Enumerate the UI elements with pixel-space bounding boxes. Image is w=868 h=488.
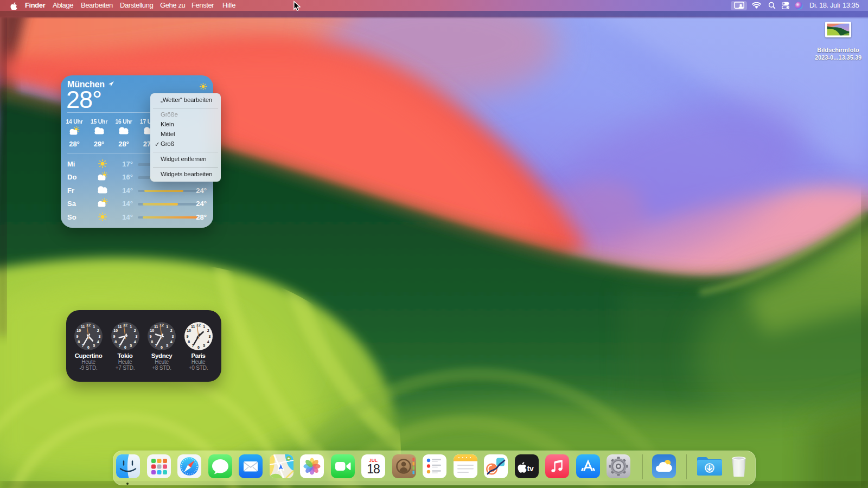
svg-text:6: 6: [124, 345, 126, 349]
svg-text:10: 10: [187, 329, 191, 332]
svg-text:11: 11: [190, 325, 195, 329]
svg-text:tv: tv: [527, 464, 533, 473]
svg-text:10: 10: [113, 329, 118, 332]
svg-text:9: 9: [150, 335, 152, 338]
svg-text:1: 1: [93, 325, 95, 329]
svg-text:10: 10: [76, 329, 81, 332]
svg-text:1: 1: [166, 325, 168, 329]
svg-text:8: 8: [78, 340, 80, 344]
svg-text:4: 4: [207, 340, 209, 344]
svg-text:2: 2: [207, 329, 209, 332]
svg-text:8: 8: [188, 340, 190, 344]
svg-text:10: 10: [150, 329, 154, 332]
svg-text:2: 2: [97, 329, 99, 332]
svg-text:8: 8: [151, 340, 153, 344]
svg-text:4: 4: [97, 340, 99, 344]
svg-text:2: 2: [170, 329, 173, 332]
svg-text:8: 8: [114, 340, 117, 344]
svg-text:11: 11: [154, 325, 158, 329]
svg-text:3: 3: [135, 335, 137, 338]
svg-text:1: 1: [130, 325, 132, 329]
svg-text:5: 5: [203, 344, 205, 348]
svg-text:9: 9: [186, 335, 188, 338]
svg-text:18: 18: [367, 462, 380, 476]
svg-text:1: 1: [203, 325, 205, 329]
svg-text:3: 3: [172, 335, 174, 338]
svg-text:6: 6: [87, 345, 90, 349]
svg-text:9: 9: [76, 335, 79, 338]
svg-text:3: 3: [208, 335, 210, 338]
svg-text:3: 3: [99, 335, 101, 338]
svg-text:4: 4: [170, 340, 173, 344]
svg-text:6: 6: [161, 345, 163, 349]
svg-text:6: 6: [197, 345, 200, 349]
svg-text:5: 5: [93, 344, 95, 348]
svg-text:4: 4: [133, 340, 136, 344]
svg-text:5: 5: [166, 344, 168, 348]
svg-text:9: 9: [113, 335, 115, 338]
svg-text:11: 11: [81, 325, 85, 329]
svg-text:2: 2: [133, 329, 136, 332]
svg-text:11: 11: [117, 325, 122, 329]
svg-text:5: 5: [130, 344, 132, 348]
